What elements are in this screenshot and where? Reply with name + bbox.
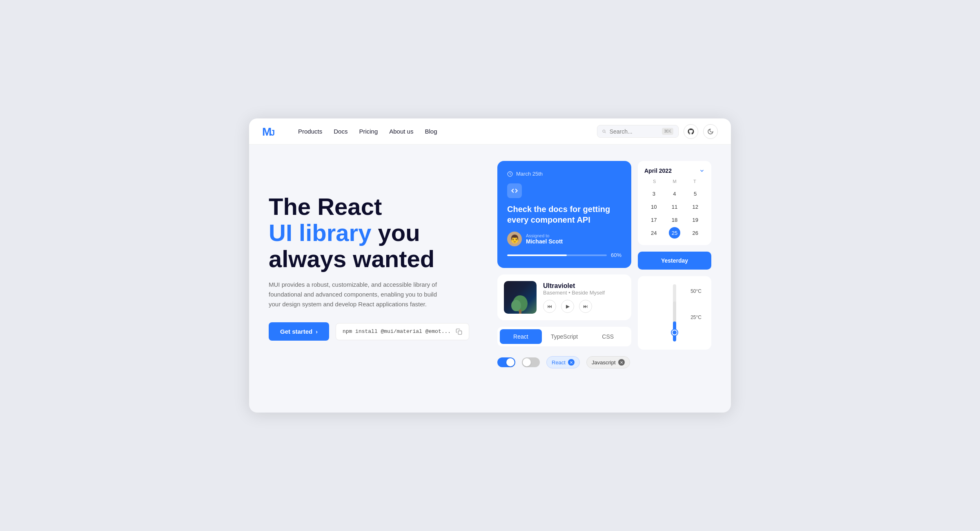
app-window: M J Products Docs Pricing About us Blog … <box>249 118 731 413</box>
chip-react-close[interactable]: ✕ <box>568 359 575 366</box>
nav-right: ⌘K <box>597 124 718 139</box>
cal-header-m: M <box>664 179 684 184</box>
toggle-knob-off <box>523 358 531 366</box>
cal-day-17[interactable]: 17 <box>648 214 659 225</box>
calendar-grid: 3 4 5 10 11 12 17 18 19 24 25 26 <box>644 188 705 239</box>
music-artist: Basement • Beside Myself <box>543 290 625 296</box>
chevron-down-icon[interactable] <box>699 168 705 174</box>
search-input[interactable] <box>610 128 659 135</box>
svg-point-7 <box>511 300 521 311</box>
music-title: Ultraviolet <box>543 282 625 290</box>
calendar-header: April 2022 <box>644 167 705 174</box>
hero-title-you: you <box>378 219 420 246</box>
task-date: March 25th <box>507 171 621 177</box>
hero-actions: Get started › npm install @mui/material … <box>269 322 481 341</box>
main-content: The React UI library you always wanted M… <box>249 145 731 388</box>
search-bar[interactable]: ⌘K <box>597 125 679 138</box>
cal-day-3[interactable]: 3 <box>648 188 659 199</box>
chip-javascript-close[interactable]: ✕ <box>618 359 625 366</box>
task-date-text: March 25th <box>516 171 543 177</box>
nav-products[interactable]: Products <box>298 128 322 135</box>
logo[interactable]: M J <box>262 125 278 138</box>
fast-forward-button[interactable]: ⏭ <box>579 300 592 313</box>
cal-day-18[interactable]: 18 <box>669 214 680 225</box>
github-button[interactable] <box>684 124 698 139</box>
chip-javascript[interactable]: Javascript ✕ <box>586 356 630 368</box>
nav-docs[interactable]: Docs <box>334 128 347 135</box>
code-snippet[interactable]: npm install @mui/material @emot... <box>336 323 469 340</box>
progress-bar <box>507 254 607 256</box>
widget-col-right: April 2022 S M T 3 4 5 10 <box>638 161 711 372</box>
widget-col-left: March 25th Check the docs for getting ev… <box>497 161 631 372</box>
hero-section: The React UI library you always wanted M… <box>269 161 481 341</box>
hero-title: The React UI library you always wanted <box>269 194 481 272</box>
svg-rect-6 <box>519 310 521 314</box>
clock-icon <box>507 171 513 177</box>
assignee-info: Assigned to Michael Scott <box>526 233 563 245</box>
cal-day-5[interactable]: 5 <box>690 188 701 199</box>
hero-title-line3: always wanted <box>269 245 434 272</box>
navbar: M J Products Docs Pricing About us Blog … <box>249 118 731 145</box>
github-icon <box>687 128 695 135</box>
hero-description: MUI provides a robust, customizable, and… <box>269 280 444 309</box>
tab-react[interactable]: React <box>500 329 542 344</box>
rewind-button[interactable]: ⏮ <box>543 300 556 313</box>
get-started-button[interactable]: Get started › <box>269 322 329 341</box>
search-shortcut: ⌘K <box>662 128 673 135</box>
cal-day-11[interactable]: 11 <box>669 201 680 212</box>
album-art <box>504 281 537 314</box>
music-info: Ultraviolet Basement • Beside Myself ⏮ ▶… <box>543 282 625 313</box>
code-text: npm install @mui/material @emot... <box>343 328 451 335</box>
moon-icon <box>707 128 714 135</box>
tab-typescript[interactable]: TypeScript <box>543 329 586 344</box>
cal-day-26[interactable]: 26 <box>690 227 701 239</box>
temp-label-50: 50°C <box>690 288 702 294</box>
get-started-label: Get started <box>280 328 312 335</box>
yesterday-button[interactable]: Yesterday <box>638 252 711 270</box>
tabs-card: React TypeScript CSS <box>497 327 631 346</box>
nav-pricing[interactable]: Pricing <box>359 128 378 135</box>
copy-icon[interactable] <box>456 328 462 335</box>
task-icon-box <box>507 183 522 198</box>
music-controls: ⏮ ▶ ⏭ <box>543 300 625 313</box>
cal-day-10[interactable]: 10 <box>648 201 659 212</box>
hero-title-line1: The React <box>269 193 382 220</box>
thermo-dot <box>672 330 677 335</box>
chip-react[interactable]: React ✕ <box>546 356 580 368</box>
toggle-on[interactable] <box>497 357 515 367</box>
nav-blog[interactable]: Blog <box>425 128 437 135</box>
toggle-off[interactable] <box>522 357 540 367</box>
progress-bar-wrap: 60% <box>507 252 621 258</box>
temp-label-25: 25°C <box>690 315 702 320</box>
progress-fill <box>507 254 567 256</box>
chip-javascript-label: Javascript <box>592 359 616 366</box>
cal-header-s: S <box>644 179 664 184</box>
widgets-section: March 25th Check the docs for getting ev… <box>497 161 711 372</box>
chip-react-label: React <box>552 359 566 366</box>
cal-day-12[interactable]: 12 <box>690 201 701 212</box>
arrow-icon: › <box>316 328 318 335</box>
task-title: Check the docs for getting every compone… <box>507 204 621 225</box>
task-assignee: 👨 Assigned to Michael Scott <box>507 232 621 246</box>
svg-rect-3 <box>458 331 462 335</box>
avatar: 👨 <box>507 232 522 246</box>
theme-toggle-button[interactable] <box>703 124 718 139</box>
hero-title-highlight: UI library <box>269 219 371 246</box>
tab-css[interactable]: CSS <box>587 329 629 344</box>
cal-day-25[interactable]: 25 <box>669 227 680 239</box>
toggles-row: React ✕ Javascript ✕ <box>497 353 631 372</box>
cal-header-t: T <box>685 179 705 184</box>
search-icon <box>602 129 606 134</box>
task-card: March 25th Check the docs for getting ev… <box>497 161 631 268</box>
cal-day-24[interactable]: 24 <box>648 227 659 239</box>
svg-text:J: J <box>270 128 275 137</box>
album-tree-icon <box>510 289 530 314</box>
play-button[interactable]: ▶ <box>561 300 574 313</box>
code-icon <box>511 187 518 194</box>
music-card: Ultraviolet Basement • Beside Myself ⏮ ▶… <box>497 274 631 320</box>
cal-day-4[interactable]: 4 <box>669 188 680 199</box>
nav-links: Products Docs Pricing About us Blog <box>298 128 584 135</box>
cal-day-19[interactable]: 19 <box>690 214 701 225</box>
nav-about[interactable]: About us <box>389 128 413 135</box>
assignee-label: Assigned to <box>526 233 563 238</box>
